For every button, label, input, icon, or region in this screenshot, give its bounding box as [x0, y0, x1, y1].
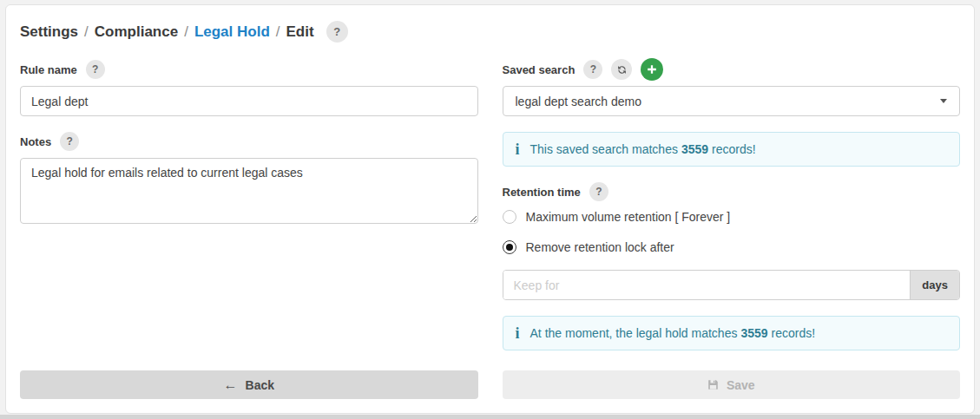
rule-name-input[interactable]: [20, 86, 478, 116]
retention-label-row: Retention time ?: [503, 181, 961, 202]
saved-search-info-text: This saved search matches 3559 records!: [530, 142, 756, 156]
breadcrumb-separator: /: [184, 23, 188, 41]
keep-for-group: days: [503, 270, 961, 300]
legal-hold-info-text: At the moment, the legal hold matches 35…: [530, 326, 816, 340]
saved-search-select[interactable]: legal dept search demo: [503, 86, 961, 116]
rule-name-label-row: Rule name ?: [20, 59, 478, 80]
radio-maximum-volume-retention[interactable]: Maximum volume retention [ Forever ]: [503, 210, 961, 224]
form-columns: Rule name ? Notes ? Legal hold for email…: [20, 59, 960, 399]
info-text-suffix: records!: [712, 142, 756, 156]
radio-remove-retention-lock[interactable]: Remove retention lock after: [503, 240, 961, 254]
breadcrumb-settings[interactable]: Settings: [20, 23, 78, 41]
record-count: 3559: [740, 326, 767, 340]
info-text-suffix: records!: [772, 326, 816, 340]
save-button[interactable]: Save: [503, 370, 961, 399]
refresh-icon[interactable]: [611, 59, 632, 80]
saved-search-label-row: Saved search ?: [503, 59, 961, 80]
saved-search-selected-value: legal dept search demo: [516, 95, 642, 108]
info-text-prefix: At the moment, the legal hold matches: [530, 326, 738, 340]
back-arrow-icon: ←: [224, 377, 238, 393]
retention-time-label: Retention time: [503, 186, 581, 199]
info-icon: i: [516, 141, 520, 157]
keep-for-input[interactable]: [503, 271, 911, 299]
days-suffix: days: [910, 271, 959, 299]
radio-button[interactable]: [503, 210, 516, 224]
breadcrumb-compliance[interactable]: Compliance: [95, 23, 178, 41]
chevron-down-icon: [940, 99, 947, 103]
breadcrumb-legal-hold[interactable]: Legal Hold: [194, 23, 270, 41]
rule-name-label: Rule name: [20, 63, 77, 76]
info-text-prefix: This saved search matches: [530, 142, 678, 156]
radio-label: Maximum volume retention [ Forever ]: [526, 210, 731, 224]
breadcrumb: Settings / Compliance / Legal Hold / Edi…: [20, 21, 960, 43]
help-icon[interactable]: ?: [583, 60, 602, 79]
saved-search-info-box: i This saved search matches 3559 records…: [503, 132, 961, 167]
left-column: Rule name ? Notes ? Legal hold for email…: [20, 59, 478, 399]
breadcrumb-separator: /: [84, 23, 89, 41]
notes-label-row: Notes ?: [20, 131, 478, 152]
help-icon[interactable]: ?: [589, 182, 608, 201]
legal-hold-edit-panel: Settings / Compliance / Legal Hold / Edi…: [5, 4, 975, 414]
save-button-label: Save: [727, 378, 755, 392]
notes-textarea[interactable]: Legal hold for emails related to current…: [20, 158, 478, 224]
help-icon[interactable]: ?: [326, 21, 348, 43]
page-bottom-strip: [0, 415, 980, 419]
help-icon[interactable]: ?: [86, 60, 105, 79]
save-icon: [707, 379, 719, 390]
back-button[interactable]: ← Back: [20, 370, 478, 399]
saved-search-label: Saved search: [503, 63, 576, 76]
notes-label: Notes: [20, 135, 51, 148]
right-column: Saved search ? legal dept search demo: [503, 59, 961, 399]
record-count: 3559: [681, 142, 708, 156]
radio-label: Remove retention lock after: [526, 240, 674, 254]
help-icon[interactable]: ?: [60, 132, 79, 151]
add-saved-search-button[interactable]: [641, 58, 663, 81]
info-icon: i: [516, 325, 520, 341]
breadcrumb-separator: /: [276, 23, 280, 41]
breadcrumb-edit: Edit: [286, 23, 314, 41]
legal-hold-info-box: i At the moment, the legal hold matches …: [503, 316, 961, 350]
back-button-label: Back: [246, 378, 274, 392]
radio-button[interactable]: [503, 240, 516, 254]
